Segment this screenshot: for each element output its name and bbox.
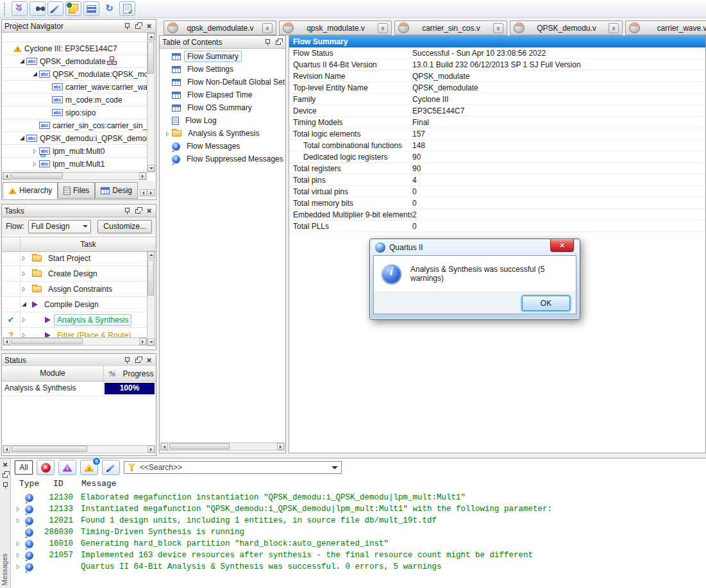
- document-tab[interactable]: qpsk_modulate.v x: [279, 21, 392, 35]
- float-icon[interactable]: [274, 38, 283, 46]
- message-search-combo[interactable]: <<Search>>: [124, 461, 342, 474]
- scroll-right-icon[interactable]: [139, 338, 146, 345]
- toc-item[interactable]: Flow Suppressed Messages: [160, 153, 285, 165]
- flow-summary-row[interactable]: Device EP3C5E144C7: [289, 105, 705, 117]
- tree-item[interactable]: lpm_mult:Mult0: [3, 145, 147, 158]
- scroll-up-icon[interactable]: [147, 251, 155, 258]
- close-icon[interactable]: [145, 356, 153, 364]
- compile-dashboard-button[interactable]: [12, 1, 28, 16]
- flow-summary-row[interactable]: Total registers 90: [289, 163, 705, 174]
- scroll-left-icon[interactable]: [3, 338, 10, 345]
- close-tab-icon[interactable]: x: [262, 23, 273, 33]
- task-row[interactable]: Start Project: [2, 251, 147, 266]
- flow-summary-row[interactable]: Family Cyclone III: [289, 94, 705, 105]
- close-tab-icon[interactable]: x: [378, 23, 388, 33]
- expand-arrow-icon[interactable]: [21, 316, 44, 323]
- tabs-scroll-right-icon[interactable]: [147, 189, 155, 196]
- close-icon[interactable]: [145, 206, 153, 215]
- expand-arrow-icon[interactable]: [21, 285, 31, 292]
- refresh-button[interactable]: ↻: [101, 1, 117, 16]
- expand-arrow-icon[interactable]: [44, 109, 51, 116]
- expand-arrow-icon[interactable]: [21, 270, 31, 277]
- toc-item[interactable]: Flow Messages: [160, 140, 285, 153]
- message-row[interactable]: 286030 Timing-Driven Synthesis is runnin…: [11, 526, 706, 538]
- navigator-tab[interactable]: Desig: [95, 182, 138, 199]
- expand-arrow-icon[interactable]: [31, 71, 38, 78]
- close-icon[interactable]: [145, 22, 153, 30]
- toc-item[interactable]: Flow Summary: [160, 50, 285, 63]
- pin-icon[interactable]: [123, 356, 131, 364]
- find-button[interactable]: [29, 1, 46, 16]
- tree-item[interactable]: carrier_sin_cos:carrier_sin_cos: [3, 119, 147, 132]
- tree-item[interactable]: lpm_mult:Mult1: [3, 158, 147, 171]
- flow-summary-row[interactable]: Flow Status Successful - Sun Apr 10 23:0…: [289, 47, 705, 59]
- status-horizontal-scrollbar[interactable]: [3, 445, 155, 453]
- tree-item[interactable]: m_code:m_code: [3, 94, 147, 106]
- scroll-thumb[interactable]: [147, 260, 154, 296]
- flow-summary-row[interactable]: Total memory bits 0: [289, 197, 705, 209]
- tasks-vertical-scrollbar[interactable]: [147, 251, 155, 346]
- scroll-track[interactable]: [10, 338, 139, 345]
- tree-item[interactable]: carrier_wave:carrier_wave: [3, 81, 147, 94]
- message-row[interactable]: 12130 Elaborated megafunction instantiat…: [11, 492, 706, 503]
- message-row[interactable]: Quartus II 64-Bit Analysis & Synthesis w…: [11, 561, 706, 573]
- flow-summary-row[interactable]: Total PLLs 0: [289, 221, 705, 232]
- navigator-tab[interactable]: Hierarchy: [3, 182, 58, 199]
- scroll-left-icon[interactable]: [3, 172, 10, 180]
- customize-button[interactable]: Customize...: [97, 220, 152, 233]
- filter-critical-warnings-button[interactable]: [58, 460, 76, 475]
- scroll-thumb[interactable]: [12, 338, 83, 344]
- tasks-horizontal-scrollbar[interactable]: [3, 337, 147, 346]
- scroll-left-icon[interactable]: [3, 446, 10, 453]
- float-icon[interactable]: [134, 22, 142, 30]
- pin-icon[interactable]: [123, 206, 131, 215]
- float-icon[interactable]: [1, 471, 10, 479]
- expand-arrow-icon[interactable]: [164, 130, 171, 137]
- filter-warnings-button[interactable]: 5: [80, 460, 98, 475]
- expand-arrow-icon[interactable]: [164, 53, 171, 60]
- task-row[interactable]: Assign Constraints: [2, 281, 147, 297]
- scroll-track[interactable]: [147, 258, 155, 339]
- tabs-scroll-left-icon[interactable]: [140, 189, 147, 196]
- flow-summary-row[interactable]: Timing Models Final: [289, 117, 705, 128]
- toc-item[interactable]: Flow OS Summary: [160, 101, 285, 114]
- tree-horizontal-scrollbar[interactable]: [3, 172, 147, 180]
- expand-arrow-icon[interactable]: [164, 105, 171, 112]
- scroll-right-icon[interactable]: [147, 446, 155, 453]
- expand-arrow-icon[interactable]: [44, 96, 51, 103]
- expand-arrow-icon[interactable]: [19, 135, 26, 142]
- float-icon[interactable]: [134, 206, 142, 215]
- pin-icon[interactable]: [1, 481, 10, 489]
- document-tab[interactable]: qpsk_demodulate.v x: [164, 21, 276, 35]
- expand-arrow-icon[interactable]: [31, 160, 38, 167]
- toc-item[interactable]: Flow Settings: [160, 63, 285, 76]
- notes-button[interactable]: [65, 1, 81, 16]
- task-row[interactable]: Compile Design: [2, 297, 147, 312]
- scroll-up-icon[interactable]: [147, 33, 155, 40]
- expand-arrow-icon[interactable]: [31, 122, 38, 129]
- toc-item[interactable]: Flow Non-Default Global Settings: [160, 76, 285, 88]
- expand-arrow-icon[interactable]: [21, 301, 31, 308]
- scroll-thumb[interactable]: [12, 172, 63, 179]
- task-row[interactable]: Analysis & Synthesis: [2, 312, 147, 328]
- pin-icon[interactable]: [123, 22, 131, 30]
- tree-item[interactable]: QPSK_demodulate: [3, 55, 147, 68]
- task-row[interactable]: Create Design: [2, 266, 147, 281]
- close-tab-icon[interactable]: x: [609, 23, 619, 33]
- pin-icon[interactable]: [264, 38, 272, 46]
- tree-item[interactable]: QPSK_modulate:QPSK_modulate: [3, 68, 147, 81]
- message-row[interactable]: 12133 Instantiated megafunction "QPSK_de…: [11, 503, 706, 515]
- flow-summary-row[interactable]: Embedded Multiplier 9-bit elements 2: [289, 209, 705, 221]
- verify-button[interactable]: [119, 1, 135, 16]
- expand-arrow-icon[interactable]: [164, 117, 171, 124]
- filter-flag-button[interactable]: [102, 460, 120, 475]
- scroll-track[interactable]: [168, 443, 277, 450]
- flow-summary-row[interactable]: Total logic elements 157: [289, 128, 705, 140]
- expand-arrow-icon[interactable]: [19, 58, 26, 65]
- close-icon[interactable]: [1, 460, 10, 469]
- expand-arrow-icon[interactable]: [164, 66, 171, 73]
- expand-arrow-icon[interactable]: [6, 45, 13, 52]
- ok-button[interactable]: OK: [522, 296, 570, 311]
- scroll-track[interactable]: [147, 40, 155, 165]
- navigator-tab[interactable]: Files: [58, 182, 95, 199]
